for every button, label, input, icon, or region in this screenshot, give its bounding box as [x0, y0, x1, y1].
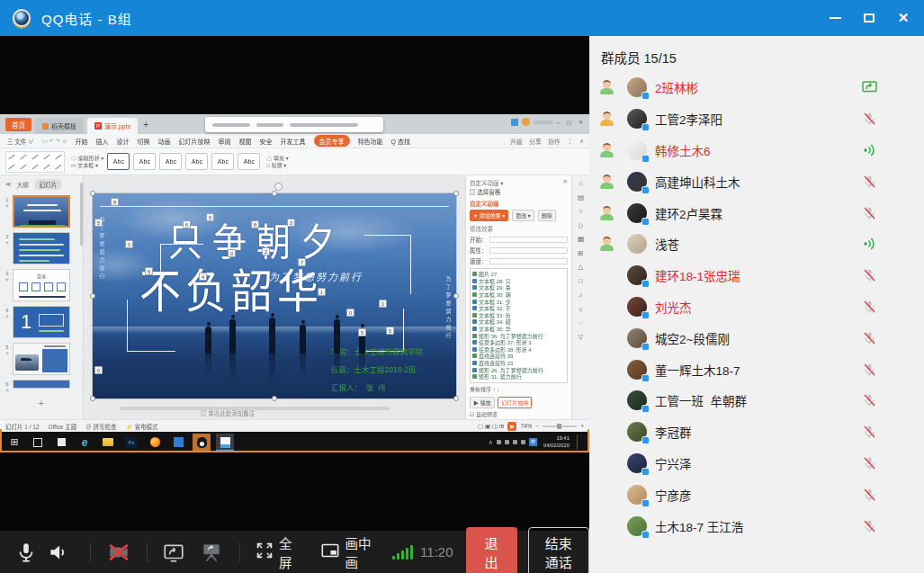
member-row[interactable]: 建环18-1张忠瑞	[589, 260, 924, 291]
selection-handle[interactable]	[272, 396, 277, 401]
ribbon-right-item[interactable]: 分享	[529, 137, 542, 146]
wps-document-tab[interactable]: P演示.pptx	[87, 118, 138, 134]
selection-handle[interactable]	[453, 191, 459, 196]
selection-handle[interactable]	[453, 293, 459, 299]
slide-thumbnail[interactable]: 1✦	[2, 195, 79, 228]
panel-collapse-icon[interactable]: ≪	[5, 181, 12, 188]
shape-style-preset[interactable]: Abc	[107, 153, 130, 170]
wps-user-avatar[interactable]	[522, 118, 530, 126]
pip-button[interactable]: 画中画	[345, 533, 372, 571]
selection-handle[interactable]	[90, 293, 95, 299]
ribbon-right-item[interactable]: 协作	[548, 137, 561, 146]
side-tool-icon[interactable]: △	[579, 263, 584, 271]
selection-pane-label[interactable]: ▤ 选择窗格	[470, 187, 568, 196]
member-row[interactable]: 建环2卢昊霖	[589, 197, 924, 228]
ribbon-tab[interactable]: 设计	[117, 137, 130, 146]
fullscreen-button[interactable]: 全屏	[279, 533, 297, 571]
delete-effect-button[interactable]: 删除	[538, 210, 556, 221]
anim-field-combo[interactable]	[489, 247, 569, 254]
member-row[interactable]: 宁兴泽	[589, 448, 924, 479]
ribbon-tab[interactable]: 动画	[158, 137, 171, 146]
ribbon-tab[interactable]: 会员专享	[314, 135, 350, 147]
show-desktop-button[interactable]	[577, 435, 579, 450]
auto-preview-checkbox[interactable]: ☑ 自动预览	[470, 410, 568, 418]
add-effect-button[interactable]: ✦ 添加效果 ▾	[470, 210, 508, 221]
ribbon-tab[interactable]: 视图	[239, 137, 252, 146]
side-tool-icon[interactable]: ▽	[579, 333, 584, 341]
share-screen-button[interactable]	[162, 541, 185, 564]
member-row[interactable]: 董一辉土木18-7	[589, 354, 924, 385]
slide-editor[interactable]: 为了梦想努力前行 为了梦想努力前行 只争朝夕 不负韶华 为了梦想努力前行 学院：…	[93, 193, 456, 398]
ribbon-right-item[interactable]: ⋮	[567, 138, 573, 145]
side-tool-icon[interactable]: ☼	[578, 305, 584, 313]
presentation-button[interactable]	[200, 541, 223, 564]
animation-list-item[interactable]: 矩形 31: 努力前行	[472, 373, 567, 381]
rotate-handle[interactable]	[274, 183, 283, 191]
ribbon-tab[interactable]: 插入	[96, 137, 109, 146]
shape-gallery[interactable]	[5, 151, 65, 173]
maximize-button[interactable]	[856, 5, 883, 31]
ribbon-right-item[interactable]: ∧	[579, 138, 584, 145]
selection-handle[interactable]	[453, 396, 459, 401]
anim-panel-close-icon[interactable]: ✕	[563, 178, 568, 187]
wps-new-tab-button[interactable]: +	[143, 120, 148, 130]
zoom-in-button[interactable]: +	[580, 423, 584, 429]
member-row[interactable]: 工管2李泽阳	[589, 103, 924, 135]
side-tool-icon[interactable]: ⊞	[578, 249, 583, 257]
shape-style-preset[interactable]: Abc	[133, 153, 156, 170]
member-row[interactable]: 土木18-7 王江浩	[589, 510, 924, 542]
ribbon-tab[interactable]: Q 查找	[391, 137, 410, 146]
end-call-button[interactable]: 结束通话	[528, 527, 589, 573]
ribbon-tab[interactable]: 切换	[138, 137, 150, 146]
slideshow-button[interactable]: 幻灯片放映	[498, 397, 532, 408]
shape-style-preset[interactable]: Abc	[159, 153, 182, 170]
photos-icon[interactable]	[169, 434, 187, 452]
ribbon-tab[interactable]: 审阅	[219, 137, 231, 146]
member-row[interactable]: 2班林彬	[589, 72, 924, 103]
slide-thumbnail[interactable]: 4✦1	[2, 306, 79, 338]
exit-button[interactable]: 退出	[466, 527, 517, 573]
app-icon-white[interactable]	[52, 434, 70, 452]
fill-outline-buttons[interactable]: △ 填充 ▾ □ 轮廓 ▾	[266, 155, 288, 169]
view-mode-icons[interactable]: ▢ ▣ ◫ ⊞	[478, 423, 504, 430]
member-row[interactable]: 高建坤山科土木	[589, 166, 924, 197]
animation-list[interactable]: 图片 27文本框 28: 只文本框 29: 争文本框 30: 朝文本框 31: …	[470, 268, 568, 383]
slide-canvas[interactable]: 为了梦想努力前行 为了梦想努力前行 只争朝夕 不负韶华 为了梦想努力前行 学院：…	[84, 175, 465, 419]
member-row[interactable]: 城空2~段儒刚	[589, 322, 924, 354]
wps-message-icon[interactable]	[511, 119, 518, 126]
slide-thumbnail[interactable]: 6✦	[2, 380, 79, 393]
member-row[interactable]: 李冠群	[589, 416, 924, 448]
ribbon-tab[interactable]: 幻灯片放映	[179, 137, 211, 146]
notes-placeholder[interactable]: ▤ 单击此处添加备注	[201, 408, 255, 417]
wps-icon[interactable]	[216, 434, 234, 452]
side-tool-icon[interactable]: ⌂	[579, 179, 583, 187]
member-row[interactable]: 刘光杰	[589, 291, 924, 323]
play-button[interactable]: ▶ 播放	[470, 397, 495, 408]
wps-quickbar[interactable]: ▭ ↶ ↷ ⊙	[42, 138, 67, 145]
wps-template-tab[interactable]: 稻壳模板	[35, 118, 84, 134]
taskview-icon[interactable]	[29, 434, 47, 452]
edit-shape-button[interactable]: ◇ 编辑形状 ▾ ▭ 文本框 ▾	[71, 155, 103, 169]
anim-field-combo[interactable]	[489, 258, 569, 264]
wps-home-tab[interactable]: 首页	[5, 118, 31, 131]
selection-handle[interactable]	[90, 191, 95, 196]
shape-style-preset[interactable]: Abc	[211, 153, 234, 170]
slide-thumbnail[interactable]: 5✦	[2, 343, 79, 375]
thumbnail-scrollbar[interactable]	[80, 183, 83, 246]
photoshop-icon[interactable]: Ps	[122, 434, 140, 452]
firefox-icon[interactable]	[146, 434, 164, 452]
slide-thumbnail[interactable]: 3✦目录	[2, 269, 79, 301]
add-slide-button[interactable]: +	[0, 398, 83, 408]
wps-window-controls[interactable]: – ▢ ✕	[557, 119, 586, 125]
side-tool-icon[interactable]: ○	[579, 207, 583, 215]
ribbon-tab[interactable]: 开发工具	[281, 137, 306, 146]
edge-icon[interactable]: e	[76, 434, 94, 452]
ribbon-tab[interactable]: 安全	[260, 137, 273, 146]
camera-off-button[interactable]	[107, 541, 130, 564]
explorer-icon[interactable]	[99, 434, 117, 452]
member-row[interactable]: 韩修土木6	[589, 135, 924, 166]
side-tool-icon[interactable]: ◇	[579, 221, 584, 229]
slide-thumbnail[interactable]: 2✦	[2, 232, 79, 264]
side-tool-icon[interactable]: ◌	[579, 318, 582, 327]
member-row[interactable]: 宁彦彦	[589, 479, 924, 510]
